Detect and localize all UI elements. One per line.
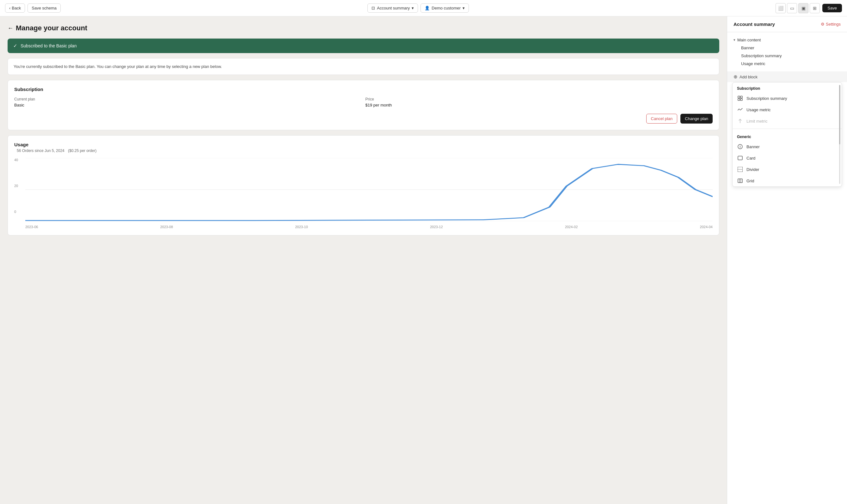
chevron-down-icon-2: ▾ (462, 6, 465, 11)
success-banner: ✓ Subscribed to the Basic plan (7, 39, 719, 53)
dropdown-card-label: Card (746, 156, 755, 161)
cancel-plan-button[interactable]: Cancel plan (646, 114, 677, 124)
gear-icon: ⚙ (821, 22, 825, 26)
chart-container (25, 158, 713, 221)
grid-icon (737, 95, 743, 102)
dropdown-grid-label: Grid (746, 179, 754, 183)
scrollbar-thumb (839, 85, 840, 144)
dropdown-grid[interactable]: Grid (733, 175, 842, 186)
svg-rect-3 (738, 96, 740, 98)
y-labels: 40 20 0 (14, 158, 24, 214)
chart-area: 40 20 0 (14, 158, 713, 221)
sidebar-title: Account summary (734, 21, 775, 27)
document-icon: ⊡ (371, 6, 375, 11)
view-mobile-button[interactable]: ⬜ (776, 3, 786, 13)
current-plan-value: Basic (14, 103, 362, 107)
change-plan-button[interactable]: Change plan (681, 114, 713, 124)
save-schema-label: Save schema (32, 6, 57, 11)
back-arrow-icon: ← (7, 25, 13, 32)
chevron-down-icon-sidebar: ▾ (734, 38, 736, 42)
sidebar-main-content[interactable]: ▾ Main content (734, 36, 841, 44)
svg-rect-9 (738, 156, 742, 160)
account-summary-dropdown[interactable]: ⊡ Account summary ▾ (367, 3, 418, 13)
x-label-1: 2023-06 (25, 225, 38, 229)
dropdown-banner[interactable]: Banner (733, 141, 842, 152)
banner-body: You're currently subscribed to the Basic… (7, 58, 719, 75)
demo-customer-dropdown[interactable]: 👤 Demo customer ▾ (421, 3, 469, 13)
view-fullscreen-button[interactable]: ⊞ (810, 3, 820, 13)
topbar-left: ‹ Back Save schema (5, 3, 61, 13)
columns-icon (737, 178, 743, 184)
svg-point-8 (740, 145, 740, 146)
square-icon (737, 155, 743, 161)
x-label-6: 2024-04 (700, 225, 713, 229)
divider-icon (737, 166, 743, 173)
sidebar-item-banner[interactable]: Banner (734, 44, 841, 52)
svg-rect-12 (738, 179, 742, 183)
subscription-section-title: Subscription (733, 83, 842, 93)
page-title: Manage your account (16, 24, 87, 32)
dropdown-card[interactable]: Card (733, 152, 842, 164)
sidebar: Account summary ⚙ Settings ▾ Main conten… (727, 16, 847, 504)
generic-section-title: Generic (733, 131, 842, 141)
view-icons: ⬜ ▭ ▣ ⊞ (776, 3, 820, 13)
chevron-down-icon: ▾ (412, 6, 414, 11)
sidebar-header: Account summary ⚙ Settings (727, 16, 847, 32)
y-label-40: 40 (14, 158, 24, 162)
sidebar-item-usage-metric[interactable]: Usage metric (734, 60, 841, 68)
x-label-5: 2024-02 (565, 225, 578, 229)
account-summary-label: Account summary (377, 6, 410, 11)
dropdown-limit-metric-label: Limit metric (746, 119, 767, 124)
view-tablet-button[interactable]: ▭ (787, 3, 797, 13)
current-plan-label: Current plan (14, 97, 362, 102)
dropdown-subscription-summary-label: Subscription summary (746, 96, 787, 101)
subscription-grid: Current plan Basic Price $19 per month (14, 97, 713, 107)
plus-circle-icon: ⊕ (734, 74, 738, 79)
svg-rect-4 (740, 96, 742, 98)
back-chevron-icon: ‹ (9, 6, 11, 11)
usage-card: Usage 56 Orders since Jun 5, 2024 ($0.25… (7, 135, 719, 235)
sidebar-tree: ▾ Main content Banner Subscription summa… (727, 32, 847, 71)
topbar-center: ⊡ Account summary ▾ 👤 Demo customer ▾ (367, 3, 469, 13)
dropdown-banner-label: Banner (746, 144, 760, 149)
sidebar-item-subscription-summary[interactable]: Subscription summary (734, 52, 841, 60)
y-label-0: 0 (14, 210, 24, 214)
info-icon (737, 143, 743, 150)
chart-svg (25, 158, 713, 221)
usage-metric-label: Usage metric (741, 61, 765, 66)
arrow-up-icon (737, 118, 743, 124)
back-label: Back (12, 6, 21, 11)
orders-text: 56 Orders since Jun 5, 2024 (17, 148, 65, 153)
y-label-20: 20 (14, 184, 24, 188)
user-icon: 👤 (425, 6, 430, 11)
main-content-label: Main content (737, 38, 761, 42)
view-desktop-button[interactable]: ▣ (798, 3, 808, 13)
dropdown-divider (733, 129, 842, 129)
check-icon: ✓ (13, 43, 17, 49)
add-block-button[interactable]: ⊕ Add block (727, 71, 847, 82)
usage-subtitle: 56 Orders since Jun 5, 2024 ($0.25 per o… (14, 148, 713, 153)
banner-body-text: You're currently subscribed to the Basic… (14, 64, 222, 69)
dropdown-usage-metric[interactable]: Usage metric (733, 104, 842, 115)
success-text: Subscribed to the Basic plan (20, 43, 76, 48)
dropdown-divider-item[interactable]: Divider (733, 164, 842, 175)
save-button[interactable]: Save (822, 4, 842, 12)
save-schema-button[interactable]: Save schema (28, 3, 61, 13)
card-actions: Cancel plan Change plan (14, 114, 713, 124)
price-field: Price $19 per month (366, 97, 713, 107)
main-layout: ← Manage your account ✓ Subscribed to th… (0, 16, 847, 504)
back-button[interactable]: ‹ Back (5, 3, 25, 13)
add-block-label: Add block (740, 75, 758, 79)
dropdown-subscription-summary[interactable]: Subscription summary (733, 93, 842, 104)
subscription-summary-label: Subscription summary (741, 53, 782, 58)
x-labels: 2023-06 2023-08 2023-10 2023-12 2024-02 … (25, 224, 713, 229)
current-plan-field: Current plan Basic (14, 97, 362, 107)
x-label-2: 2023-08 (160, 225, 173, 229)
topbar-right: ⬜ ▭ ▣ ⊞ Save (776, 3, 842, 13)
settings-label: Settings (826, 22, 841, 26)
scrollbar-track[interactable] (839, 85, 840, 184)
svg-rect-5 (738, 98, 740, 101)
settings-link[interactable]: ⚙ Settings (821, 22, 841, 26)
banner-label: Banner (741, 46, 754, 50)
price-value: $19 per month (366, 103, 713, 107)
